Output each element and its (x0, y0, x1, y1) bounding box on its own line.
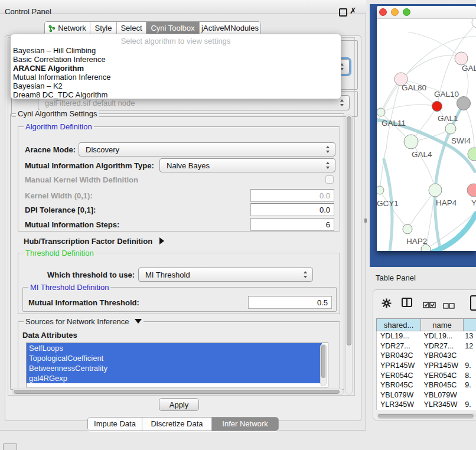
cell-shared: YDL19... (377, 332, 420, 340)
control-panel-title: Control Panel (5, 7, 51, 16)
table-horizontal-scrollbar[interactable] (377, 413, 476, 419)
tab-style[interactable]: Style (90, 22, 117, 35)
settings-horizontal-scrollbar[interactable] (12, 389, 344, 395)
table-row[interactable]: YLR345W YLR345W 9. (377, 400, 476, 410)
apply-button[interactable]: Apply (159, 398, 199, 411)
cell-shared: YLR345W (377, 400, 420, 409)
tab-infer-network[interactable]: Infer Network (212, 418, 278, 431)
attribute-item-selected[interactable]: SelfLoops (27, 343, 322, 353)
algorithm-option[interactable]: Bayesian – Hill Climbing (11, 46, 341, 55)
close-icon[interactable]: ✗ (350, 6, 357, 15)
dpi-tolerance-label: DPI Tolerance [0,1]: (25, 206, 96, 214)
table-row[interactable]: YBR043C YBR043C (377, 351, 476, 361)
algorithm-option[interactable]: Mutual Information Inference (11, 73, 341, 81)
tab-select-label: Select (120, 22, 142, 35)
scrollbar-thumb[interactable] (321, 345, 325, 378)
column-header-partial[interactable] (464, 318, 476, 331)
sources-group-title[interactable]: Sources for Network Inference (24, 318, 144, 325)
algorithm-option[interactable]: Dream8 DC_TDC Algorithm (11, 90, 341, 99)
new-table-icon[interactable] (470, 295, 476, 311)
panel-splitter-grip[interactable] (364, 219, 367, 223)
node-partial[interactable] (472, 19, 476, 28)
tab-discretize-data[interactable]: Discretize Data (142, 418, 212, 431)
settings-gear-icon[interactable] (382, 298, 392, 311)
cell-shared: YDR27... (377, 342, 420, 350)
node-hap4[interactable] (429, 184, 442, 197)
attribute-item-selected[interactable]: TopologicalCoefficient (27, 353, 322, 363)
table-row[interactable]: YDR27... YDR27... 12 (377, 341, 476, 351)
mi-threshold-group-title: MI Threshold Definition (28, 283, 110, 291)
cell-value: 9. (461, 400, 476, 409)
network-graph-icon (48, 25, 56, 32)
scrollbar-thumb[interactable] (378, 414, 474, 418)
tab-impute-data[interactable]: Impute Data (88, 418, 142, 431)
table-row[interactable]: YDL19... YDL19... 13 (377, 331, 476, 341)
node-gal-pink[interactable] (455, 52, 468, 65)
mi-type-combo[interactable]: Naive Bayes (159, 158, 335, 172)
minimized-panel-button[interactable] (3, 444, 17, 450)
node-hap2[interactable] (403, 224, 412, 234)
kernel-width-field[interactable]: 0.0 (250, 189, 334, 202)
minimize-traffic-light-icon[interactable] (391, 8, 399, 16)
network-canvas[interactable]: GAL80 GAL10 GAL11 GAL1 SWI4 GAL4 GCY1 HA… (377, 19, 476, 251)
settings-vertical-scrollbar[interactable] (345, 115, 353, 394)
dpi-tolerance-field[interactable]: 0.0 (250, 203, 334, 216)
tab-jactivemnodules[interactable]: jActiveMNodules (200, 22, 260, 35)
attributes-list-scrollbar[interactable] (320, 344, 327, 386)
deselect-all-columns-icon[interactable] (443, 301, 455, 311)
expand-right-icon[interactable] (159, 237, 164, 244)
table-panel-title: Table Panel (376, 273, 416, 282)
node-red-selected[interactable] (432, 102, 442, 112)
cell-name: YPR145W (420, 361, 462, 370)
attribute-item-selected[interactable]: BetweennessCentrality (27, 363, 322, 373)
which-threshold-combo[interactable]: MI Threshold (138, 268, 313, 282)
algorithm-option[interactable]: Basic Correlation Inference (11, 55, 341, 64)
column-header-shared-name[interactable]: shared... (376, 318, 421, 331)
node-gal4[interactable] (404, 135, 418, 149)
aracne-mode-label: Aracne Mode: (25, 145, 76, 154)
which-threshold-label: Which threshold to use: (47, 270, 135, 279)
tab-cyni-toolbox[interactable]: Cyni Toolbox (146, 22, 200, 35)
mi-steps-field[interactable]: 6 (250, 218, 334, 231)
cell-name: YDR27... (420, 342, 462, 350)
node-label-hap4: HAP4 (436, 198, 457, 207)
node-swi4[interactable] (468, 148, 476, 161)
table-toolbar (373, 290, 476, 316)
table-row[interactable]: YPR145W YPR145W 9. (377, 361, 476, 371)
split-columns-icon[interactable] (402, 298, 412, 307)
column-header-name[interactable]: name (421, 318, 464, 331)
table-panel-body: shared... name YDL19... YDL19... 13 YDR2… (373, 289, 476, 420)
node-gal11[interactable] (377, 108, 385, 116)
attribute-item-selected[interactable]: gal4RGexp (27, 373, 322, 383)
control-panel-titlebar[interactable] (0, 0, 366, 14)
screen: Control Panel ✗ Network Style (0, 0, 476, 450)
algorithm-option-selected[interactable]: ARACNE Algorithm (11, 64, 341, 73)
zoom-traffic-light-icon[interactable] (403, 8, 410, 16)
data-attributes-list[interactable]: SelfLoops TopologicalCoefficient Between… (26, 343, 328, 387)
node-gal1[interactable] (445, 123, 456, 134)
tab-select[interactable]: Select (117, 22, 146, 35)
node-gcy1[interactable] (377, 186, 384, 194)
algorithm-option[interactable]: Bayesian – K2 (11, 81, 341, 90)
node-salmon[interactable] (467, 184, 476, 197)
tab-network[interactable]: Network (45, 22, 90, 35)
aracne-mode-combo[interactable]: Discovery (79, 142, 335, 156)
data-attributes-label: Data Attributes (22, 331, 77, 340)
close-traffic-light-icon[interactable] (379, 8, 387, 16)
cell-shared: YBR045C (377, 381, 420, 389)
scrollbar-thumb[interactable] (14, 390, 340, 394)
combo-arrows-icon (340, 99, 344, 107)
hub-definition-toggle[interactable]: Hub/Transcription Factor Definition (24, 237, 164, 246)
table-row[interactable]: YBR045C YBR045C 9. (377, 380, 476, 390)
manual-kernel-checkbox[interactable] (325, 175, 334, 184)
node-label-y: Y (471, 198, 476, 207)
mi-threshold-field[interactable]: 0.5 (248, 296, 332, 309)
collapse-down-icon[interactable] (135, 319, 142, 324)
float-window-icon[interactable] (339, 8, 347, 17)
table-row[interactable]: YBL079W YBL079W (377, 390, 476, 400)
select-all-columns-icon[interactable] (423, 300, 436, 311)
scrollbar-thumb[interactable] (347, 116, 351, 345)
network-source-combo-value: galFiltered.sif default node (45, 99, 135, 107)
cell-name: YDL19... (420, 332, 462, 340)
table-row[interactable]: YER054C YER054C 8. (377, 370, 476, 380)
